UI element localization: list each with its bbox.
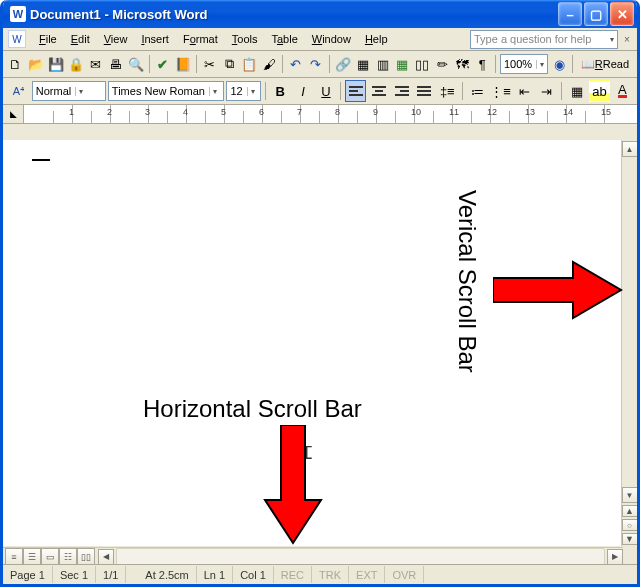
help-search-box[interactable]: Type a question for help ▾ [470, 30, 618, 49]
research-icon[interactable]: 📙 [174, 53, 192, 75]
menu-view[interactable]: View [97, 31, 135, 47]
minimize-button[interactable]: – [558, 2, 582, 26]
chevron-down-icon[interactable]: ▾ [209, 87, 217, 96]
close-button[interactable]: ✕ [610, 2, 634, 26]
chevron-down-icon[interactable]: ▾ [610, 35, 614, 44]
next-page-button[interactable]: ▼ [622, 533, 638, 545]
font-combo[interactable]: Times New Roman▾ [108, 81, 225, 101]
status-ln[interactable]: Ln 1 [197, 566, 233, 583]
status-sec[interactable]: Sec 1 [53, 566, 96, 583]
chevron-down-icon[interactable]: ▾ [247, 87, 255, 96]
tab-selector[interactable]: ◣ [3, 105, 24, 123]
doc-map-icon[interactable]: 🗺 [453, 53, 471, 75]
bullets-button[interactable]: ⋮≡ [490, 80, 512, 102]
scroll-left-button[interactable]: ◀ [98, 549, 114, 565]
format-painter-icon[interactable]: 🖌 [260, 53, 278, 75]
print-icon[interactable]: 🖶 [107, 53, 125, 75]
status-ovr[interactable]: OVR [385, 566, 424, 583]
print-preview-icon[interactable]: 🔍 [127, 53, 145, 75]
document-area[interactable]: Horizontal Scroll Bar Verical Scroll Bar… [3, 140, 623, 546]
menu-tools[interactable]: Tools [225, 31, 265, 47]
menu-help[interactable]: Help [358, 31, 395, 47]
ruler-tick-label: 8 [335, 107, 340, 117]
prev-page-button[interactable]: ▲ [622, 505, 638, 517]
status-at[interactable]: At 2.5cm [138, 566, 196, 583]
close-doc-button[interactable]: × [622, 34, 632, 45]
copy-icon[interactable]: ⧉ [220, 53, 238, 75]
browse-object-button[interactable]: ○ [622, 519, 638, 531]
print-layout-button[interactable]: ▭ [41, 548, 59, 565]
status-trk[interactable]: TRK [312, 566, 349, 583]
hyperlink-icon[interactable]: 🔗 [334, 53, 352, 75]
align-left-button[interactable] [345, 80, 366, 102]
drawing-icon[interactable]: ✏ [433, 53, 451, 75]
decrease-indent-button[interactable]: ⇤ [514, 80, 535, 102]
styles-pane-icon[interactable]: A⁴ [7, 80, 30, 102]
align-justify-button[interactable] [414, 80, 435, 102]
hscroll-track[interactable] [116, 548, 605, 565]
line-spacing-button[interactable]: ‡≡ [437, 80, 458, 102]
paste-icon[interactable]: 📋 [240, 53, 258, 75]
normal-view-button[interactable]: ≡ [5, 548, 23, 565]
chevron-down-icon[interactable]: ▾ [536, 60, 544, 69]
italic-button[interactable]: I [293, 80, 314, 102]
chevron-down-icon[interactable]: ▾ [75, 87, 83, 96]
standard-toolbar: 🗋 📂 💾 🔒 ✉ 🖶 🔍 ✔ 📙 ✂ ⧉ 📋 🖌 ↶ ↷ 🔗 ▦ ▥ ▦ ▯▯… [3, 51, 637, 78]
highlight-button[interactable]: ab [589, 80, 610, 102]
web-view-button[interactable]: ☰ [23, 548, 41, 565]
maximize-button[interactable]: ▢ [584, 2, 608, 26]
numbering-button[interactable]: ≔ [467, 80, 488, 102]
cut-icon[interactable]: ✂ [200, 53, 218, 75]
email-icon[interactable]: ✉ [87, 53, 105, 75]
size-value: 12 [230, 85, 242, 97]
vertical-scrollbar[interactable]: ▲ ▼ ▲ ○ ▼ [621, 140, 637, 546]
status-col[interactable]: Col 1 [233, 566, 274, 583]
status-ext[interactable]: EXT [349, 566, 385, 583]
outline-view-button[interactable]: ☷ [59, 548, 77, 565]
scroll-up-button[interactable]: ▲ [622, 141, 638, 157]
spellcheck-icon[interactable]: ✔ [154, 53, 172, 75]
menu-window[interactable]: Window [305, 31, 358, 47]
status-rec[interactable]: REC [274, 566, 312, 583]
open-icon[interactable]: 📂 [27, 53, 45, 75]
word-app-icon: W [10, 6, 26, 22]
align-right-button[interactable] [391, 80, 412, 102]
status-page[interactable]: Page 1 [3, 566, 53, 583]
underline-button[interactable]: U [316, 80, 337, 102]
menu-insert[interactable]: Insert [134, 31, 176, 47]
redo-icon[interactable]: ↷ [307, 53, 325, 75]
read-button[interactable]: 📖 RRead [577, 53, 633, 75]
menu-file[interactable]: File [32, 31, 64, 47]
tables-borders-icon[interactable]: ▦ [354, 53, 372, 75]
status-pages[interactable]: 1/1 [96, 566, 126, 583]
new-doc-icon[interactable]: 🗋 [7, 53, 25, 75]
title-bar: W Document1 - Microsoft Word – ▢ ✕ [3, 0, 637, 28]
horizontal-scrollbar[interactable]: ≡ ☰ ▭ ☷ ▯▯ ◀ ▶ [3, 547, 623, 565]
horizontal-ruler[interactable]: 123456789101112131415 [24, 105, 637, 123]
help-icon[interactable]: ◉ [550, 53, 568, 75]
font-color-button[interactable]: A [612, 80, 633, 102]
save-icon[interactable]: 💾 [47, 53, 65, 75]
zoom-combo[interactable]: 100%▾ [500, 54, 548, 74]
font-size-combo[interactable]: 12▾ [226, 81, 260, 101]
undo-icon[interactable]: ↶ [287, 53, 305, 75]
scroll-right-button[interactable]: ▶ [607, 549, 623, 565]
menu-edit[interactable]: Edit [64, 31, 97, 47]
excel-icon[interactable]: ▦ [394, 53, 412, 75]
help-placeholder: Type a question for help [474, 33, 591, 45]
bold-button[interactable]: B [270, 80, 291, 102]
style-combo[interactable]: Normal▾ [32, 81, 106, 101]
borders-button[interactable]: ▦ [566, 80, 587, 102]
reading-view-button[interactable]: ▯▯ [77, 548, 95, 565]
columns-icon[interactable]: ▯▯ [413, 53, 431, 75]
show-marks-icon[interactable]: ¶ [473, 53, 491, 75]
word-doc-icon[interactable]: W [8, 30, 26, 48]
status-bar: Page 1 Sec 1 1/1 At 2.5cm Ln 1 Col 1 REC… [3, 564, 637, 584]
increase-indent-button[interactable]: ⇥ [536, 80, 557, 102]
scroll-down-button[interactable]: ▼ [622, 487, 638, 503]
insert-table-icon[interactable]: ▥ [374, 53, 392, 75]
align-center-button[interactable] [368, 80, 389, 102]
menu-format[interactable]: Format [176, 31, 225, 47]
menu-table[interactable]: Table [264, 31, 304, 47]
permission-icon[interactable]: 🔒 [67, 53, 85, 75]
